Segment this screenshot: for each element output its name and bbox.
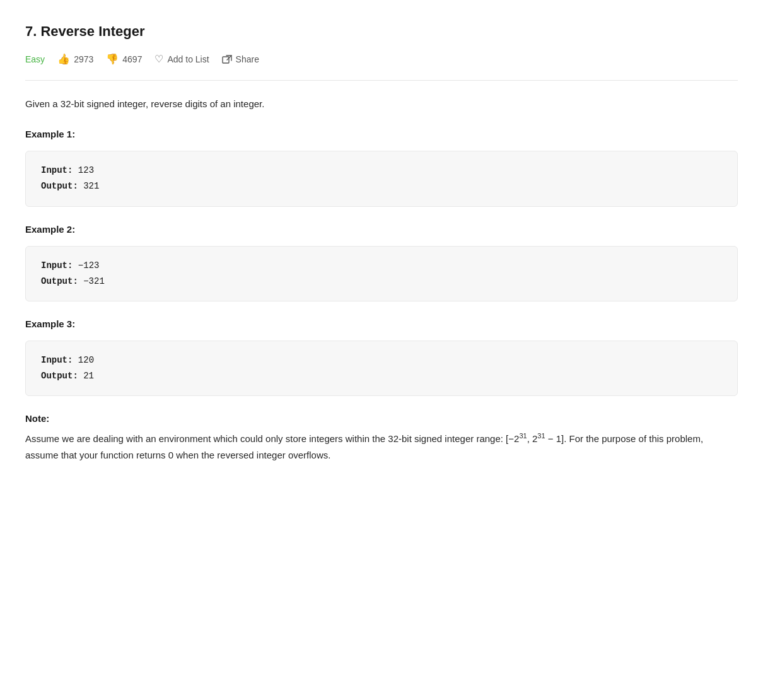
add-to-list-button[interactable]: ♡ Add to List [154,51,209,67]
share-icon [222,51,232,67]
meta-bar: Easy 👍 2973 👎 4697 ♡ Add to List Share [25,51,738,67]
svg-rect-0 [223,57,229,63]
note-heading: Note: [25,411,738,426]
problem-title: 7. Reverse Integer [25,20,738,42]
upvote-button[interactable]: 👍 2973 [57,51,93,67]
downvote-button[interactable]: 👎 4697 [106,51,142,67]
example-1-heading: Example 1: [25,127,738,142]
thumbs-up-icon: 👍 [57,51,70,67]
example-2-heading: Example 2: [25,222,738,237]
example-2-input: Input: −123 [41,258,722,274]
example-1-input: Input: 123 [41,163,722,178]
example-2-block: Input: −123 Output: −321 [25,246,738,301]
add-to-list-label: Add to List [167,52,209,66]
divider [25,80,738,81]
example-3-output: Output: 21 [41,368,722,384]
thumbs-down-icon: 👎 [106,51,119,67]
example-3-block: Input: 120 Output: 21 [25,341,738,396]
example-1-block: Input: 123 Output: 321 [25,151,738,206]
downvote-count: 4697 [122,52,142,66]
example-1-output: Output: 321 [41,178,722,194]
problem-description: Given a 32-bit signed integer, reverse d… [25,96,738,112]
example-2-output: Output: −321 [41,274,722,289]
share-button[interactable]: Share [222,51,259,67]
upvote-count: 2973 [74,52,93,66]
share-label: Share [236,52,259,66]
heart-icon: ♡ [154,51,163,67]
example-3-input: Input: 120 [41,353,722,368]
difficulty-badge: Easy [25,52,45,66]
page-container: 7. Reverse Integer Easy 👍 2973 👎 4697 ♡ … [0,0,763,488]
example-3-heading: Example 3: [25,317,738,332]
note-text: Assume we are dealing with an environmen… [25,430,738,463]
